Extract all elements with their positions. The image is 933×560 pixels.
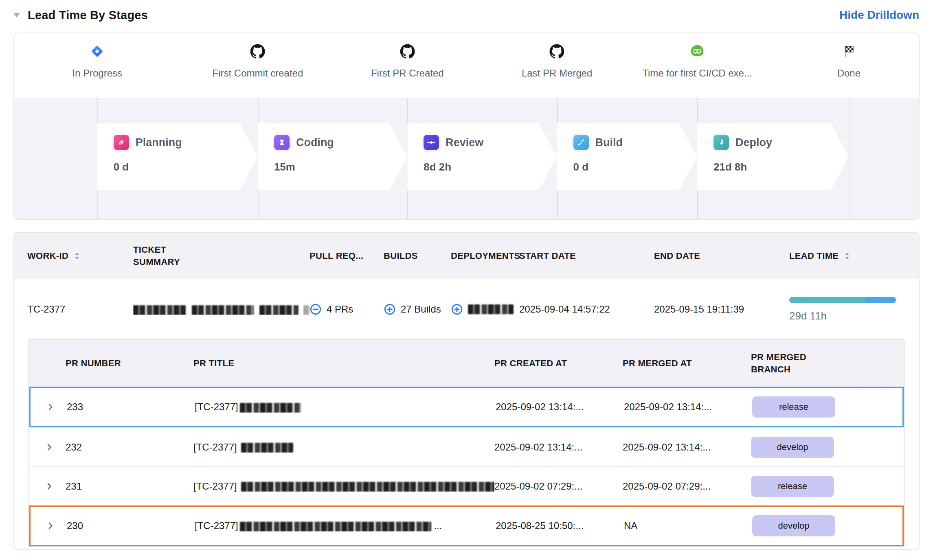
col-header-pull-requests: PULL REQ... (310, 251, 384, 261)
pr-created-at: 2025-09-02 13:14:... (496, 401, 624, 413)
col-header-pr-title: PR TITLE (193, 358, 494, 369)
pr-title: [TC-2377] ... (195, 520, 496, 532)
jira-status-icon (90, 44, 105, 59)
stage-duration: 0 d (573, 161, 697, 173)
planning-icon (114, 135, 129, 150)
chevron-right-icon[interactable] (45, 482, 54, 491)
expand-circle-icon[interactable] (384, 303, 396, 315)
hourglass-icon (274, 135, 290, 150)
stage-card-review: Review 8d 2h (407, 123, 557, 190)
pr-row-233[interactable]: 233 [TC-2377] 2025-09-02 13:14:... 2025-… (29, 387, 904, 427)
milestone-label: Done (837, 68, 861, 79)
github-icon (400, 44, 415, 59)
stage-card-build: Build 0 d (557, 123, 697, 190)
work-id-value: TC-2377 (27, 304, 133, 315)
collapse-circle-icon[interactable] (310, 303, 322, 315)
milestone-label: In Progress (72, 68, 122, 79)
stage-name: Planning (136, 136, 182, 149)
pr-created-at: 2025-09-02 07:29:... (494, 481, 623, 492)
collapse-triangle-icon[interactable] (12, 11, 21, 20)
lead-time-stages-panel: In Progress First Commit created First P… (13, 33, 920, 220)
col-header-builds: BUILDS (384, 251, 451, 261)
milestone-done: Done (837, 44, 861, 79)
github-icon (550, 44, 564, 59)
pr-number: 233 (67, 401, 195, 413)
milestones-row: In Progress First Commit created First P… (14, 33, 919, 98)
milestone-label: Last PR Merged (522, 68, 592, 79)
pr-title: [TC-2377] (195, 401, 496, 413)
stage-name: Coding (296, 136, 334, 149)
checkered-flag-icon (842, 44, 856, 59)
commit-icon (424, 135, 439, 150)
pr-title: [TC-2377] ... (193, 481, 494, 492)
lead-time-cell: 29d 11h (789, 297, 919, 322)
milestone-in-progress: In Progress (72, 44, 122, 79)
page-title: Lead Time By Stages (28, 9, 148, 22)
pr-row-232[interactable]: 232 [TC-2377] 2025-09-02 13:14:... 2025-… (29, 427, 904, 466)
branch-curve-icon (573, 135, 589, 150)
col-header-start-date: START DATE (519, 251, 654, 261)
stage-name: Deploy (735, 136, 772, 149)
pr-created-at: 2025-09-02 13:14:... (494, 442, 623, 453)
stage-card-coding: Coding 15m (258, 123, 407, 190)
ticket-summary-redacted (133, 304, 310, 315)
sort-icon[interactable] (843, 252, 852, 260)
pr-merged-at: 2025-09-02 07:29:... (623, 481, 751, 492)
stage-name: Review (446, 136, 483, 149)
cicd-icon (690, 44, 705, 59)
pr-row-231[interactable]: 231 [TC-2377] ... 2025-09-02 07:29:... 2… (29, 466, 904, 505)
stages-band: Planning 0 d Coding 15m Review 8d 2h (14, 98, 919, 219)
branch-badge: release (752, 396, 835, 418)
chevron-right-icon[interactable] (46, 402, 55, 411)
deployments-redacted (468, 304, 514, 314)
stage-card-deploy: Deploy 21d 8h (697, 123, 849, 190)
stage-card-planning: Planning 0 d (97, 123, 258, 190)
pr-merged-at: NA (624, 520, 752, 532)
github-icon (250, 44, 265, 59)
lead-time-bar (789, 297, 896, 303)
milestone-label: First PR Created (371, 68, 444, 79)
work-table-header: WORK-ID TICKET SUMMARY PULL REQ... BUILD… (14, 233, 919, 279)
pull-requests-cell[interactable]: 4 PRs (310, 303, 384, 315)
branch-badge: develop (751, 437, 834, 458)
lead-time-value: 29d 11h (789, 310, 902, 322)
col-header-deployments: DEPLOYMENTS (451, 251, 519, 261)
milestone-first-pr: First PR Created (371, 44, 444, 79)
chevron-right-icon[interactable] (45, 443, 54, 452)
pr-merged-at: 2025-09-02 13:14:... (623, 442, 751, 453)
branch-badge: develop (752, 515, 835, 536)
pr-table: PR NUMBER PR TITLE PR CREATED AT PR MERG… (29, 339, 904, 547)
pr-title: [TC-2377] (193, 442, 494, 453)
pr-number: 231 (66, 481, 193, 492)
work-items-table-panel: WORK-ID TICKET SUMMARY PULL REQ... BUILD… (13, 232, 920, 550)
col-header-pr-number: PR NUMBER (66, 358, 193, 369)
hide-drilldown-link[interactable]: Hide Drilldown (839, 9, 919, 22)
start-date-value: 2025-09-04 14:57:22 (519, 304, 654, 315)
milestone-last-pr-merged: Last PR Merged (522, 44, 592, 79)
pr-table-header: PR NUMBER PR TITLE PR CREATED AT PR MERG… (29, 340, 904, 387)
col-header-lead-time[interactable]: LEAD TIME (789, 251, 919, 261)
pr-number: 230 (67, 520, 195, 532)
pull-requests-count: 4 PRs (327, 304, 353, 315)
stage-duration: 21d 8h (713, 161, 849, 173)
pr-row-230[interactable]: 230 [TC-2377] ... 2025-08-25 10:50:... N… (29, 505, 904, 546)
col-header-pr-merged-at: PR MERGED AT (623, 358, 751, 369)
col-header-pr-merged-branch: PR MERGED BRANCH (751, 351, 904, 375)
stage-duration: 0 d (114, 161, 258, 173)
milestone-first-commit: First Commit created (213, 44, 303, 79)
builds-cell[interactable]: 27 Builds (384, 303, 451, 315)
deployments-cell[interactable] (451, 303, 519, 315)
col-header-ticket-summary: TICKET SUMMARY (133, 244, 310, 268)
stage-divider (849, 98, 850, 219)
rocket-icon (713, 135, 729, 150)
expand-circle-icon[interactable] (451, 303, 463, 315)
work-item-row[interactable]: TC-2377 4 PRs 27 Builds 2025-09-04 14:57… (14, 279, 919, 339)
chevron-right-icon[interactable] (46, 521, 55, 530)
section-header: Lead Time By Stages Hide Drilldown (0, 0, 933, 24)
milestone-cicd: Time for first CI/CD exe... (642, 44, 752, 79)
branch-badge: release (751, 476, 834, 497)
stage-name: Build (595, 136, 623, 149)
sort-icon[interactable] (72, 252, 81, 260)
col-header-work-id[interactable]: WORK-ID (27, 251, 133, 261)
col-header-pr-created-at: PR CREATED AT (494, 358, 623, 369)
